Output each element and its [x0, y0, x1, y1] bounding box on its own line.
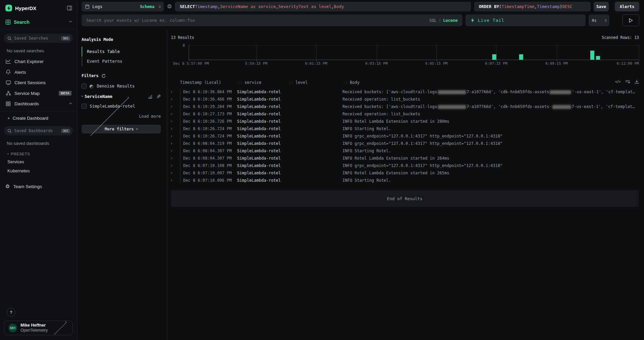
denoise-checkbox[interactable]: [82, 83, 87, 89]
table-row[interactable]: Dec 8 6:10:36.466 PMSimpleLambda-rotelRe…: [171, 96, 639, 103]
sidebar-item-client-sessions[interactable]: Client Sessions: [0, 77, 77, 88]
search-placeholder: Search your events w/ Lucene ex. column:…: [86, 18, 426, 23]
cell-body: INFO Starting Rotel.: [342, 177, 639, 184]
presets-toggle[interactable]: PRESETS: [0, 149, 77, 157]
sidebar-item-kubernetes[interactable]: Kubernetes: [0, 166, 77, 175]
expand-row-icon[interactable]: [171, 172, 172, 174]
cell-level: [288, 140, 342, 147]
expand-row-icon[interactable]: [171, 98, 172, 100]
sidebar-item-services[interactable]: Services: [0, 157, 77, 166]
cell-body: INFO Rotel Lambda Extension started in 2…: [342, 118, 639, 125]
redacted-text: [550, 90, 571, 94]
live-tail-button[interactable]: Live Tail: [465, 14, 586, 26]
sidebar-item-chart-explorer[interactable]: Chart Explorer: [0, 56, 77, 67]
expand-row-icon[interactable]: [171, 120, 172, 122]
cell-service: SimpleLambda-rotel: [237, 162, 288, 169]
saved-searches-input[interactable]: Saved Searches ⌘K: [4, 34, 73, 43]
col-header-service[interactable]: ⋮⋮service: [237, 79, 288, 88]
saved-searches-placeholder: Saved Searches: [14, 36, 59, 41]
drag-handle-icon[interactable]: ⋮⋮: [288, 81, 293, 84]
table-row[interactable]: Dec 8 6:07:10.097 PMSimpleLambda-rotelIN…: [171, 169, 639, 177]
mode-event-patterns[interactable]: Event Patterns: [82, 56, 161, 66]
pin-icon[interactable]: [156, 94, 161, 99]
drag-handle-icon[interactable]: ⋮⋮: [237, 81, 242, 84]
mode-results-table[interactable]: Results Table: [82, 47, 161, 56]
source-selector[interactable]: Logs Schema: [82, 2, 164, 11]
filters-heading: Filters: [82, 73, 99, 78]
table-row[interactable]: Dec 8 6:10:26.724 PMSimpleLambda-rotelIN…: [171, 132, 639, 140]
denoise-results-row[interactable]: ◐ Denoise Results: [82, 83, 161, 89]
table-row[interactable]: Dec 8 6:10:36.864 PMSimpleLambda-rotelRe…: [171, 88, 639, 96]
cell-level: [288, 155, 342, 162]
sidebar-item-service-map[interactable]: Service Map BETA: [0, 88, 77, 99]
cell-service: SimpleLambda-rotel: [237, 88, 288, 96]
sidebar-item-alerts[interactable]: Alerts: [0, 67, 77, 77]
expand-row-icon[interactable]: [171, 150, 172, 152]
cell-body: Received operation: list_buckets: [342, 96, 639, 103]
table-row[interactable]: Dec 8 6:08:04.319 PMSimpleLambda-rotelIN…: [171, 140, 639, 147]
alerts-button[interactable]: Alerts: [615, 2, 639, 11]
expand-row-icon[interactable]: [171, 179, 172, 181]
code-view-icon[interactable]: </>: [615, 79, 620, 84]
expand-row-icon[interactable]: [171, 165, 172, 167]
service-checkbox[interactable]: [82, 104, 87, 109]
sidebar-item-dashboards[interactable]: Dashboards: [0, 99, 77, 109]
source-settings-gear-icon[interactable]: ⚙: [167, 4, 172, 9]
expand-row-icon[interactable]: [171, 135, 172, 137]
expand-row-icon[interactable]: [171, 128, 172, 130]
table-row[interactable]: Dec 8 6:10:26.724 PMSimpleLambda-rotelIN…: [171, 125, 639, 132]
expand-row-icon[interactable]: [171, 106, 172, 108]
refresh-icon[interactable]: [101, 74, 106, 78]
mode-lucene-toggle[interactable]: Lucene: [443, 18, 458, 23]
table-row[interactable]: Dec 8 6:10:27.173 PMSimpleLambda-rotelRe…: [171, 110, 639, 118]
col-header-timestamp[interactable]: Timestamp (Local): [180, 79, 237, 88]
download-icon[interactable]: [635, 79, 639, 84]
table-row[interactable]: Dec 8 6:07:10.096 PMSimpleLambda-rotelIN…: [171, 177, 639, 184]
wrap-lines-icon[interactable]: [625, 80, 630, 84]
cell-level: [288, 125, 342, 132]
saved-dashboards-input[interactable]: Saved Dashboards ⌘K: [4, 126, 73, 135]
play-button[interactable]: [623, 14, 639, 26]
load-more-button[interactable]: Load more: [82, 114, 161, 119]
table-row[interactable]: Dec 8 6:07:10.108 PMSimpleLambda-rotelIN…: [171, 162, 639, 169]
redacted-text: [438, 90, 466, 94]
bar-chart-icon[interactable]: [148, 94, 152, 99]
create-dashboard-button[interactable]: + Create Dashboard: [0, 111, 77, 122]
cell-level: [288, 169, 342, 177]
shortcut-badge: ⌘K: [61, 36, 70, 41]
sidebar-collapse-icon[interactable]: [67, 5, 72, 11]
sidebar-item-team-settings[interactable]: ⚙ Team Settings: [0, 178, 77, 195]
cell-timestamp: Dec 8 6:10:36.864 PM: [180, 88, 237, 96]
histogram-bar[interactable]: [596, 56, 600, 60]
table-row[interactable]: Dec 8 6:08:04.307 PMSimpleLambda-rotelIN…: [171, 155, 639, 162]
search-input[interactable]: Search your events w/ Lucene ex. column:…: [82, 14, 462, 26]
sql-select-input[interactable]: SELECT Timestamp, ServiceName as service…: [175, 2, 471, 11]
mode-sql-toggle[interactable]: SQL: [429, 18, 437, 23]
expand-row-icon[interactable]: [171, 143, 172, 145]
table-row[interactable]: Dec 8 6:10:26.726 PMSimpleLambda-rotelIN…: [171, 118, 639, 125]
col-header-body[interactable]: ⋮⋮Body: [342, 79, 639, 88]
schema-link[interactable]: Schema: [140, 4, 154, 9]
expand-row-icon[interactable]: [171, 157, 172, 159]
sidebar-item-search[interactable]: Search: [0, 15, 77, 30]
order-by-input[interactable]: ORDER BY (TimestampTime, Timestamp) DESC: [474, 2, 591, 11]
create-dashboard-label: Create Dashboard: [13, 116, 48, 121]
user-org: OpenTelemetry: [20, 328, 48, 333]
table-row[interactable]: Dec 8 6:08:04.307 PMSimpleLambda-rotelIN…: [171, 147, 639, 155]
col-header-level[interactable]: ⋮⋮level: [288, 79, 342, 88]
histogram-bar[interactable]: [590, 51, 594, 60]
expand-row-icon[interactable]: [171, 113, 172, 115]
help-button[interactable]: ?: [7, 308, 15, 317]
table-row[interactable]: Dec 8 6:10:29.284 PMSimpleLambda-rotelRe…: [171, 103, 639, 110]
expand-row-icon[interactable]: [171, 91, 172, 93]
save-button[interactable]: Save: [594, 2, 609, 11]
histogram-bar[interactable]: [519, 54, 523, 60]
chevron-up-icon[interactable]: [69, 21, 72, 23]
results-histogram[interactable]: 8 Dec 8 5:57:00 PM5:59:15 PM6:01:15 PM6:…: [181, 45, 639, 67]
user-menu[interactable]: MH Mike Heffner OpenTelemetry: [4, 321, 73, 335]
histogram-bar[interactable]: [492, 54, 496, 60]
chevron-down-icon[interactable]: [81, 95, 83, 97]
drag-handle-icon[interactable]: ⋮⋮: [342, 81, 348, 84]
refresh-interval-select[interactable]: 4s: [589, 14, 609, 26]
chevron-up-icon[interactable]: [69, 102, 72, 105]
